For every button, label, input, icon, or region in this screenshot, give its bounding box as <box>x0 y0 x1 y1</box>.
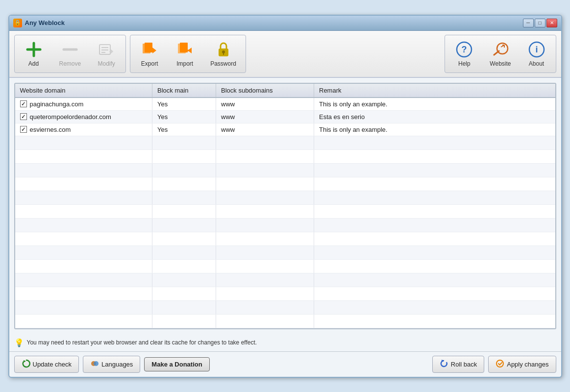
minimize-button[interactable]: ─ <box>523 19 534 27</box>
languages-icon <box>90 359 99 369</box>
cell-empty <box>152 149 216 163</box>
svg-rect-12 <box>180 43 188 52</box>
donation-button[interactable]: Make a Donation <box>144 357 209 371</box>
cell-empty <box>216 204 314 218</box>
cell-remark: This is only an example. <box>314 98 555 111</box>
row-checkbox[interactable] <box>20 126 27 133</box>
cell-empty <box>152 287 216 300</box>
col-header-remark: Remark <box>314 84 555 98</box>
table-row-empty <box>15 287 555 300</box>
add-button[interactable]: Add <box>17 37 51 71</box>
import-button[interactable]: Import <box>168 37 202 71</box>
website-button[interactable]: Website <box>482 37 518 71</box>
rollback-icon <box>440 359 448 369</box>
cell-block-main: Yes <box>152 98 216 111</box>
table-row-empty <box>15 245 555 259</box>
toolbar-group-info: ? Help Website <box>445 35 556 73</box>
remove-label: Remove <box>59 60 81 67</box>
cell-empty <box>15 218 152 232</box>
row-checkbox[interactable] <box>20 113 27 120</box>
password-button[interactable]: Password <box>203 37 244 71</box>
cell-empty <box>314 149 555 163</box>
cell-domain: paginachunga.com <box>15 98 152 111</box>
cell-empty <box>216 136 314 149</box>
cell-empty <box>15 314 152 328</box>
title-bar-left: 🔒 Any Weblock <box>13 19 65 27</box>
main-window: 🔒 Any Weblock ─ □ ✕ Add <box>8 15 562 378</box>
cell-block-main: Yes <box>152 110 216 123</box>
table-row[interactable]: esviernes.comYeswwwThis is only an examp… <box>15 123 555 136</box>
donation-label: Make a Donation <box>151 361 202 368</box>
svg-text:?: ? <box>462 45 467 54</box>
status-icon: 💡 <box>14 338 24 347</box>
svg-point-31 <box>496 360 503 367</box>
export-button[interactable]: Export <box>132 37 167 71</box>
table-row-empty <box>15 163 555 177</box>
svg-point-29 <box>94 361 99 366</box>
table-row[interactable]: queterompoelordenador.comYeswwwEsta es e… <box>15 110 555 123</box>
languages-button[interactable]: Languages <box>83 356 140 373</box>
svg-text:i: i <box>535 45 538 54</box>
maximize-button[interactable]: □ <box>535 19 545 27</box>
modify-button[interactable]: Modify <box>89 37 124 71</box>
update-check-button[interactable]: Update check <box>14 356 79 373</box>
remove-button[interactable]: Remove <box>52 37 89 71</box>
app-icon: 🔒 <box>13 19 22 27</box>
table-row-empty <box>15 191 555 204</box>
about-button[interactable]: i About <box>520 37 554 71</box>
cell-empty <box>152 273 216 287</box>
row-checkbox[interactable] <box>20 100 27 107</box>
cell-empty <box>15 245 152 259</box>
cell-empty <box>314 191 555 204</box>
cell-domain: queterompoelordenador.com <box>15 110 152 123</box>
title-bar-controls: ─ □ ✕ <box>523 19 557 27</box>
rollback-button[interactable]: Roll back <box>432 356 484 373</box>
help-button[interactable]: ? Help <box>447 37 481 71</box>
cell-subdomains: www <box>216 123 314 136</box>
help-icon: ? <box>455 41 473 58</box>
cell-empty <box>15 163 152 177</box>
cell-empty <box>216 177 314 191</box>
cell-remark: This is only an example. <box>314 123 555 136</box>
rollback-label: Roll back <box>451 361 477 368</box>
cell-empty <box>216 232 314 245</box>
password-label: Password <box>210 60 236 67</box>
cell-empty <box>15 177 152 191</box>
website-label: Website <box>490 60 511 67</box>
svg-marker-9 <box>152 48 156 53</box>
cell-empty <box>314 204 555 218</box>
bottom-bar: Update check Languages Make a Donation <box>9 351 561 377</box>
password-icon <box>215 41 232 58</box>
cell-empty <box>314 163 555 177</box>
cell-empty <box>314 218 555 232</box>
table-row-empty <box>15 218 555 232</box>
table-row-empty <box>15 314 555 328</box>
add-icon <box>25 41 43 58</box>
table-header-row: Website domain Block main Block subdomai… <box>15 84 555 98</box>
cell-empty <box>216 245 314 259</box>
cell-empty <box>152 204 216 218</box>
cell-empty <box>152 300 216 314</box>
cell-empty <box>15 259 152 273</box>
table-row[interactable]: paginachunga.comYeswwwThis is only an ex… <box>15 98 555 111</box>
svg-marker-27 <box>24 360 26 363</box>
cell-empty <box>15 273 152 287</box>
cell-empty <box>314 287 555 300</box>
about-icon: i <box>528 41 545 58</box>
close-button[interactable]: ✕ <box>546 19 557 27</box>
modify-icon <box>98 41 115 58</box>
help-label: Help <box>458 60 471 67</box>
apply-label: Apply changes <box>507 361 548 368</box>
table-container: Website domain Block main Block subdomai… <box>14 83 556 329</box>
cell-empty <box>15 287 152 300</box>
cell-empty <box>152 245 216 259</box>
cell-empty <box>216 259 314 273</box>
svg-line-21 <box>494 51 499 55</box>
modify-label: Modify <box>98 60 115 67</box>
update-check-icon <box>22 359 30 369</box>
table-row-empty <box>15 259 555 273</box>
cell-empty <box>15 300 152 314</box>
cell-domain: esviernes.com <box>15 123 152 136</box>
add-label: Add <box>28 60 39 67</box>
apply-button[interactable]: Apply changes <box>488 356 556 373</box>
